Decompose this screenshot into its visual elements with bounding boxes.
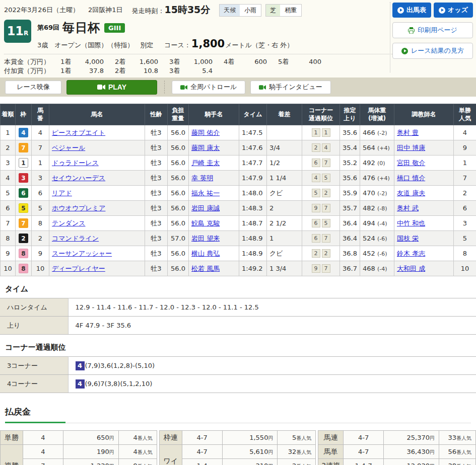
horse-name-link[interactable]: ピースオブエイト (52, 129, 105, 136)
horse-name-link[interactable]: セイウンハーデス (52, 174, 105, 182)
rank-cell: 3 (1, 156, 16, 171)
play-button[interactable]: PLAY (66, 80, 157, 95)
payout-tables: 単勝4650円4番人気複勝4190円4番人気71,230円9番人気1130円1番… (0, 430, 476, 465)
horse-name-link[interactable]: リアド (52, 189, 72, 197)
turf-condition-box: 芝 稍重 (265, 4, 302, 17)
jockey-name-link[interactable]: 藤岡 康太 (191, 144, 220, 151)
prize-cell: 1着37.8 (60, 66, 115, 75)
corner-position-box: 7 (322, 159, 330, 167)
prize-place: 3着 (169, 66, 186, 75)
jockey-name-link[interactable]: 福永 祐一 (191, 189, 220, 197)
carried-weight-cell: 56.0 (168, 125, 189, 140)
race-video-button[interactable]: レース映像 (5, 81, 61, 94)
time-cell: 1:48.9 (239, 246, 267, 261)
table-row: 989スーサンアッシャー牡356.0横山 典弘1:48.9クビ2236.8452… (1, 246, 476, 261)
bet-combination: 4-7 (344, 431, 384, 445)
bet-combination: 4-7 (182, 445, 222, 459)
horse-name-cell: ホウオウプレミア (49, 201, 145, 216)
horse-name-link[interactable]: ドゥラドーレス (52, 159, 99, 167)
turf-condition-value: 稍重 (280, 5, 301, 16)
frame-number-badge: 8 (19, 249, 28, 258)
horse-name-link[interactable]: ホウオウプレミア (52, 204, 105, 212)
payout-amount: 310円 (222, 459, 278, 465)
payout-amount: 12,930円 (384, 459, 439, 465)
frame-number-badge: 2 (19, 234, 28, 243)
jockey-name-link[interactable]: 藤岡 佑介 (191, 129, 220, 136)
jockey-cell: 岩田 望来 (189, 231, 239, 246)
trainer-name-link[interactable]: 大和田 成 (397, 265, 425, 272)
table-row: ハロンタイム 12.9 - 11.4 - 11.6 - 11.7 - 12.0 … (0, 298, 476, 317)
corner-position-box: 7 (322, 234, 330, 243)
trainer-cell: 鈴木 孝志 (394, 246, 454, 261)
result-guide-button[interactable]: レース結果の見方 (392, 43, 473, 59)
horse-name-cell: スーサンアッシャー (49, 246, 145, 261)
horse-name-link[interactable]: テンダンス (52, 219, 86, 227)
trainer-name-link[interactable]: 中竹 和也 (397, 219, 425, 227)
jockey-interview-button[interactable]: 騎手インタビュー (250, 81, 331, 94)
course-label: コース： (164, 41, 191, 50)
trainer-name-link[interactable]: 田中 博康 (397, 144, 425, 151)
corner-order-cell: 52 (302, 186, 340, 201)
prize-place: 4着 (224, 57, 241, 66)
sex-age-cell: 牡3 (145, 125, 168, 140)
prize-cell: 5着400 (278, 57, 332, 66)
race-number-suffix: R (24, 30, 28, 37)
body-weight-cell: 468 (-4) (360, 261, 394, 276)
trainer-name-link[interactable]: 奥村 武 (397, 204, 419, 212)
trainer-name-link[interactable]: 鈴木 孝志 (397, 250, 425, 257)
prize-place: 1着 (60, 57, 78, 66)
table-row: 4コーナー 4(9,6)7(3,8)(5,1,2,10) (0, 375, 476, 393)
margin-cell: 2 (267, 201, 302, 216)
horse-name-link[interactable]: スーサンアッシャー (52, 250, 112, 257)
frame-cell: 7 (16, 140, 32, 156)
corner-order-cell: 45 (302, 171, 340, 186)
carried-weight-cell: 56.0 (168, 201, 189, 216)
divider (164, 81, 165, 94)
horse-name-link[interactable]: コマンドライン (52, 235, 99, 242)
jockey-name-link[interactable]: 鮫島 克駿 (191, 219, 220, 227)
payout-amount: 25,370円 (384, 431, 439, 445)
payout-row: 馬連4-725,370円33番人気 (318, 431, 476, 445)
horse-number-cell: 8 (32, 216, 49, 231)
corner-position-box: 1 (322, 128, 330, 137)
trainer-name-link[interactable]: 奥村 豊 (397, 129, 419, 136)
jockey-name-link[interactable]: 横山 典弘 (191, 250, 220, 257)
trainer-cell: 中竹 和也 (394, 216, 454, 231)
trainer-cell: 橋口 慎介 (394, 171, 454, 186)
trainer-name-link[interactable]: 橋口 慎介 (397, 174, 425, 182)
print-page-button[interactable]: 印刷用ページ (392, 22, 473, 38)
jockey-name-link[interactable]: 幸 英明 (191, 174, 213, 182)
last-3f-cell: 35.6 (340, 125, 360, 140)
trainer-name-link[interactable]: 国枝 栄 (397, 235, 419, 242)
trainer-name-link[interactable]: 宮田 敬介 (397, 159, 425, 167)
last-3f-cell: 35.6 (340, 171, 360, 186)
horse-name-link[interactable]: ディープレイヤー (52, 265, 105, 272)
horse-name-link[interactable]: ベジャール (52, 144, 85, 151)
jockey-name-link[interactable]: 戸崎 圭太 (191, 159, 220, 167)
jockey-name-link[interactable]: 岩田 康誠 (191, 204, 220, 212)
odds-button[interactable]: オッズ (434, 3, 473, 18)
race-header: 2022年3月26日（土曜） 2回阪神1日 発走時刻：15時35分 天候 小雨 … (0, 0, 476, 78)
payout-row: 71,230円9番人気 (1, 459, 157, 465)
jockey-name-link[interactable]: 松若 風馬 (191, 265, 220, 272)
patrol-video-button[interactable]: 全周パトロール (172, 81, 245, 94)
popularity-cell: 4 (454, 125, 476, 140)
video-bar: レース映像 PLAY 全周パトロール 騎手インタビュー (0, 78, 476, 97)
jockey-name-link[interactable]: 岩田 望来 (191, 235, 220, 242)
rank-cell: 10 (1, 261, 16, 276)
payout-table: 馬連4-725,370円33番人気馬単4-736,430円56番人気3連複1-4… (318, 430, 476, 465)
bet-combination: 1-4 (182, 459, 222, 465)
corner-position-box: 7 (322, 264, 330, 273)
entry-table-button[interactable]: 出馬表 (392, 3, 431, 18)
frame-number-badge: 7 (19, 218, 28, 228)
bet-combination: 4 (23, 431, 63, 445)
payout-popularity: 4番人気 (118, 431, 157, 445)
horse-number-cell: 10 (32, 261, 49, 276)
prize-cell: 2着1,600 (115, 57, 169, 66)
prize-row-label: 付加賞（万円） (4, 66, 60, 75)
jockey-cell: 幸 英明 (189, 171, 239, 186)
trainer-name-link[interactable]: 友道 康夫 (397, 189, 425, 197)
margin-cell: 1/2 (267, 156, 302, 171)
rank-cell: 7 (1, 216, 16, 231)
results-table: 着順枠馬 番馬名性齢負担 重量騎手名タイム着差コーナー 通過順位推定 上り馬体重… (0, 104, 476, 276)
